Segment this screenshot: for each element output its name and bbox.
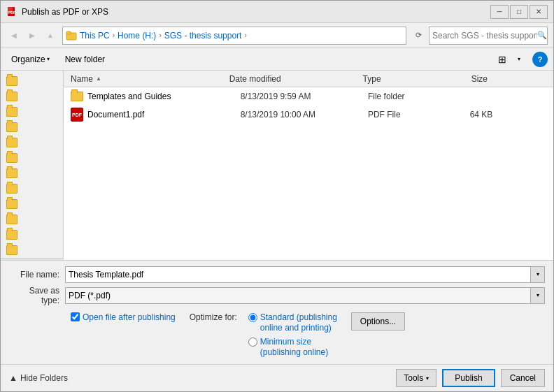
list-item[interactable] <box>1 242 63 258</box>
maximize-button[interactable]: □ <box>510 5 528 19</box>
cancel-label: Cancel <box>510 373 536 383</box>
hide-folders-button[interactable]: ▲ Hide Folders <box>9 373 68 383</box>
breadcrumb-folder-icon <box>66 30 77 41</box>
forward-icon: ▶ <box>29 31 35 39</box>
column-header-type[interactable]: Type <box>359 71 467 87</box>
footer-buttons: Tools ▾ Publish Cancel <box>396 369 545 387</box>
search-input[interactable] <box>432 31 537 41</box>
file-name-label: File name: <box>9 270 65 280</box>
view-dropdown-button[interactable]: ▾ <box>511 52 527 67</box>
file-list-header: Name ▲ Date modified Type Size <box>64 71 553 87</box>
folder-icon <box>6 215 17 224</box>
tools-label: Tools <box>404 373 423 383</box>
list-item[interactable] <box>1 181 63 196</box>
tools-button[interactable]: Tools ▾ <box>396 369 436 387</box>
breadcrumb-sgs[interactable]: SGS - thesis support <box>164 31 242 41</box>
standard-option: Standard (publishingonline and printing) <box>248 312 337 334</box>
list-item[interactable] <box>1 135 63 150</box>
chevron-left-icon: ▲ <box>9 373 17 383</box>
list-item[interactable] <box>1 166 63 181</box>
size-column-label: Size <box>471 74 488 84</box>
file-size-cell: 64 KB <box>470 110 546 119</box>
table-row[interactable]: PDF Document1.pdf 8/13/2019 10:00 AM PDF… <box>64 106 553 124</box>
svg-rect-4 <box>66 31 71 34</box>
search-box: 🔍 <box>429 27 548 45</box>
standard-radio[interactable] <box>248 313 257 322</box>
breadcrumb-home[interactable]: Home (H:) <box>118 31 156 41</box>
forward-button[interactable]: ▶ <box>24 28 40 43</box>
file-browser-panel: Name ▲ Date modified Type Size Templ <box>64 71 553 260</box>
minimum-radio[interactable] <box>248 337 257 347</box>
options-button[interactable]: Options... <box>351 312 405 331</box>
svg-text:PDF: PDF <box>8 10 15 15</box>
options-row: Open file after publishing Optimize for:… <box>9 308 545 361</box>
title-bar: PDF Publish as PDF or XPS ─ □ ✕ <box>1 1 553 23</box>
refresh-icon: ⟳ <box>416 31 422 40</box>
publish-button[interactable]: Publish <box>442 369 495 387</box>
list-item[interactable] <box>1 196 63 212</box>
minimum-label[interactable]: Minimum size(publishing online) <box>260 337 328 358</box>
column-header-size[interactable]: Size <box>467 71 551 87</box>
column-header-name[interactable]: Name ▲ <box>66 71 225 87</box>
breadcrumb-this-pc[interactable]: This PC <box>80 31 110 41</box>
file-date-cell: 8/13/2019 10:00 AM <box>241 110 368 119</box>
file-name-row: File name: ▾ <box>9 266 545 283</box>
view-toggle-button[interactable]: ⊞ <box>495 52 510 67</box>
view-icon: ⊞ <box>498 54 506 65</box>
new-folder-button[interactable]: New folder <box>60 52 110 67</box>
name-column-label: Name <box>71 74 93 84</box>
cancel-button[interactable]: Cancel <box>501 369 545 387</box>
nav-bar: ◀ ▶ ▲ This PC › Home (H:) › SGS - thesis… <box>1 23 553 48</box>
folder-icon <box>6 245 17 255</box>
table-row[interactable]: Templates and Guides 8/13/2019 9:59 AM F… <box>64 87 553 106</box>
folder-icon <box>6 92 17 101</box>
file-list: Templates and Guides 8/13/2019 9:59 AM F… <box>64 87 553 260</box>
list-item[interactable] <box>1 104 63 119</box>
folder-file-icon <box>71 92 83 101</box>
dialog-icon: PDF <box>6 6 17 17</box>
hide-folders-label: Hide Folders <box>20 373 68 383</box>
dialog-title: Publish as PDF or XPS <box>22 7 490 17</box>
folder-icon <box>6 199 17 209</box>
breadcrumb[interactable]: This PC › Home (H:) › SGS - thesis suppo… <box>62 27 406 45</box>
file-type-cell: File folder <box>368 92 470 101</box>
refresh-button[interactable]: ⟳ <box>411 28 426 43</box>
optimize-options: Standard (publishingonline and printing)… <box>248 312 337 358</box>
window-controls: ─ □ ✕ <box>490 5 548 19</box>
list-item[interactable] <box>1 150 63 166</box>
save-as-type-label: Save as type: <box>9 286 65 305</box>
folder-icon <box>6 107 17 117</box>
list-item[interactable] <box>1 73 63 89</box>
list-item[interactable] <box>1 119 63 135</box>
dropdown-icon: ▾ <box>537 292 539 298</box>
save-as-type-dropdown-button[interactable]: ▾ <box>531 287 545 304</box>
dialog-window: PDF Publish as PDF or XPS ─ □ ✕ ◀ ▶ ▲ <box>0 0 554 392</box>
minimize-button[interactable]: ─ <box>490 5 509 19</box>
publish-label: Publish <box>455 373 482 383</box>
file-name-dropdown-button[interactable]: ▾ <box>531 266 545 283</box>
close-button[interactable]: ✕ <box>530 5 548 19</box>
date-column-label: Date modified <box>229 74 281 84</box>
list-item[interactable] <box>1 89 63 104</box>
search-icon: 🔍 <box>537 31 547 40</box>
file-name-input[interactable] <box>65 266 531 283</box>
sort-asc-icon: ▲ <box>96 75 101 82</box>
tools-dropdown-icon: ▾ <box>426 375 429 382</box>
list-item[interactable] <box>1 212 63 227</box>
help-button[interactable]: ? <box>532 52 548 67</box>
open-after-checkbox[interactable] <box>71 312 80 321</box>
view-dropdown-icon: ▾ <box>518 56 520 62</box>
list-item[interactable] <box>1 227 63 242</box>
save-as-type-input[interactable] <box>65 287 531 304</box>
main-content: SGS - thesis s ▾ Name ▲ Date modified Ty… <box>1 71 553 260</box>
breadcrumb-text: This PC › Home (H:) › SGS - thesis suppo… <box>80 31 248 41</box>
folder-icon <box>6 138 17 147</box>
back-button[interactable]: ◀ <box>6 28 22 43</box>
open-after-label[interactable]: Open file after publishing <box>83 312 176 322</box>
column-header-date[interactable]: Date modified <box>225 71 359 87</box>
standard-label[interactable]: Standard (publishingonline and printing) <box>260 312 337 334</box>
up-button[interactable]: ▲ <box>43 28 58 43</box>
footer: ▲ Hide Folders Tools ▾ Publish Cancel <box>1 364 553 391</box>
folder-icon <box>6 184 17 194</box>
organize-button[interactable]: Organize ▾ <box>6 52 55 67</box>
